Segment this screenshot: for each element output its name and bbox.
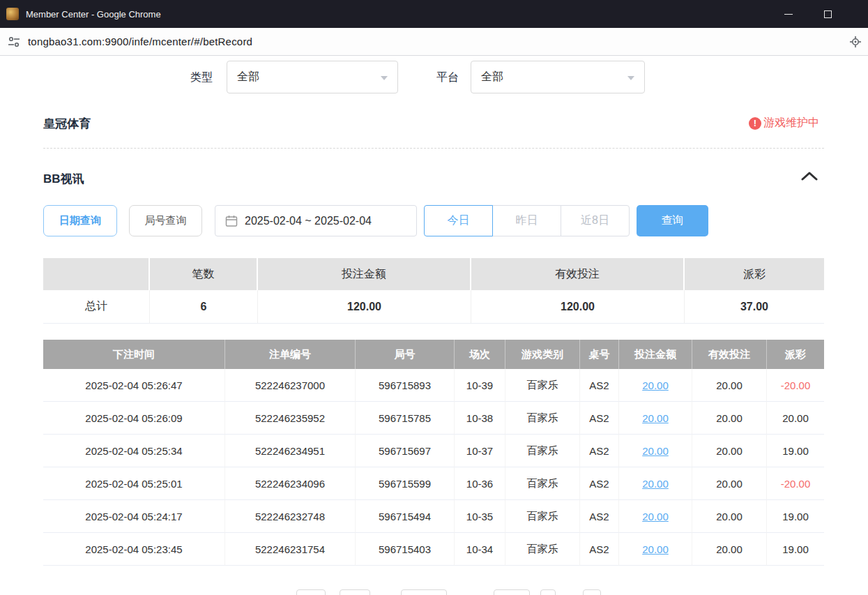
table-row: 2025-02-04 05:24:17 522246232748 5967154…	[43, 500, 824, 533]
pagination-control[interactable]	[494, 589, 530, 595]
game-type: 百家乐	[505, 500, 580, 533]
valid-bet: 20.00	[692, 533, 767, 566]
pagination-control[interactable]	[296, 589, 326, 595]
date-range-picker[interactable]: 2025-02-04 ~ 2025-02-04	[215, 205, 417, 236]
bet-amount-cell: 20.00	[619, 467, 692, 500]
valid-bet: 20.00	[692, 467, 767, 500]
bet-amount-cell: 20.00	[619, 369, 692, 402]
section-divider	[43, 148, 824, 149]
chevron-down-icon	[381, 76, 388, 80]
bet-amount-cell: 20.00	[619, 402, 692, 435]
maximize-button[interactable]	[812, 0, 844, 28]
window-title: Member Center - Google Chrome	[26, 9, 161, 20]
session: 10-35	[455, 500, 505, 533]
site-favicon-icon	[6, 8, 19, 20]
table-no: AS2	[580, 369, 619, 402]
table-no: AS2	[580, 500, 619, 533]
header-payout: 派彩	[767, 340, 824, 369]
game-type: 百家乐	[505, 435, 580, 467]
tune-icon[interactable]	[7, 35, 21, 49]
pagination-control[interactable]	[583, 589, 601, 595]
valid-bet: 20.00	[692, 435, 767, 467]
summary-header-count: 笔数	[150, 258, 258, 290]
bet-amount-cell: 20.00	[619, 500, 692, 533]
bet-record-table: 下注时间 注单编号 局号 场次 游戏类别 桌号 投注金额 有效投注 派彩 202…	[43, 340, 824, 566]
table-row: 2025-02-04 05:26:47 522246237000 5967158…	[43, 369, 824, 402]
type-filter-value: 全部	[237, 70, 259, 84]
today-button[interactable]: 今日	[424, 205, 493, 236]
summary-header-blank	[43, 258, 150, 290]
bet-amount-link[interactable]: 20.00	[642, 511, 669, 522]
bet-table-header-row: 下注时间 注单编号 局号 场次 游戏类别 桌号 投注金额 有效投注 派彩	[43, 340, 824, 369]
header-order-id: 注单编号	[225, 340, 356, 369]
quick-range-group: 今日 昨日 近8日	[424, 205, 630, 236]
section-title-bb-video: BB视讯	[43, 171, 84, 187]
last-8-days-button[interactable]: 近8日	[561, 205, 630, 236]
date-query-tab[interactable]: 日期查询	[43, 205, 117, 236]
session: 10-36	[455, 467, 505, 500]
header-round-no: 局号	[356, 340, 455, 369]
round-no: 596715494	[356, 500, 455, 533]
window-titlebar: Member Center - Google Chrome	[0, 0, 868, 28]
bet-time: 2025-02-04 05:26:47	[43, 369, 225, 402]
summary-count: 6	[150, 290, 258, 324]
session: 10-37	[455, 435, 505, 467]
maintenance-text: 游戏维护中	[763, 116, 819, 130]
bet-time: 2025-02-04 05:23:45	[43, 533, 225, 566]
summary-header-payout: 派彩	[685, 258, 824, 290]
table-row: 2025-02-04 05:23:45 522246231754 5967154…	[43, 533, 824, 566]
header-bet-amount: 投注金额	[619, 340, 692, 369]
search-button[interactable]: 查询	[637, 205, 708, 236]
table-row: 2025-02-04 05:25:34 522246234951 5967156…	[43, 435, 824, 467]
table-row: 2025-02-04 05:26:09 522246235952 5967157…	[43, 402, 824, 435]
header-valid-bet: 有效投注	[692, 340, 767, 369]
minimize-icon	[784, 14, 793, 15]
maintenance-badge: ! 游戏维护中	[749, 116, 819, 130]
header-bet-time: 下注时间	[43, 340, 225, 369]
calendar-icon	[225, 215, 238, 227]
order-id: 522246232748	[225, 500, 356, 533]
game-type: 百家乐	[505, 467, 580, 500]
summary-header-row: 笔数 投注金额 有效投注 派彩	[43, 258, 824, 290]
pagination-control[interactable]	[401, 589, 447, 595]
table-no: AS2	[580, 467, 619, 500]
table-row: 2025-02-04 05:25:01 522246234096 5967155…	[43, 467, 824, 500]
game-type: 百家乐	[505, 402, 580, 435]
pagination-control[interactable]	[340, 589, 370, 595]
pagination-control[interactable]	[540, 589, 556, 595]
summary-header-valid-bet: 有效投注	[471, 258, 685, 290]
yesterday-button[interactable]: 昨日	[492, 205, 561, 236]
session: 10-34	[455, 533, 505, 566]
platform-filter-value: 全部	[481, 70, 503, 84]
bet-amount-link[interactable]: 20.00	[642, 543, 669, 555]
round-no: 596715893	[356, 369, 455, 402]
section-title-crown-sports: 皇冠体育	[43, 116, 91, 132]
bet-amount-cell: 20.00	[619, 533, 692, 566]
summary-total-row: 总计 6 120.00 120.00 37.00	[43, 290, 824, 324]
bet-amount-link[interactable]: 20.00	[642, 445, 669, 457]
payout-cell: -20.00	[767, 467, 824, 500]
order-id: 522246231754	[225, 533, 356, 566]
type-filter-select[interactable]: 全部	[227, 61, 398, 93]
url-input[interactable]: tongbao31.com:9900/infe/mcenter/#/betRec…	[28, 36, 252, 47]
game-type: 百家乐	[505, 369, 580, 402]
platform-filter-select[interactable]: 全部	[471, 61, 645, 93]
settings-icon[interactable]	[848, 35, 862, 49]
bet-amount-link[interactable]: 20.00	[642, 478, 669, 490]
bet-time: 2025-02-04 05:26:09	[43, 402, 225, 435]
bet-amount-link[interactable]: 20.00	[642, 379, 669, 391]
payout-cell: 19.00	[767, 533, 824, 566]
header-game-type: 游戏类别	[505, 340, 580, 369]
round-no: 596715599	[356, 467, 455, 500]
round-query-tab[interactable]: 局号查询	[129, 205, 202, 236]
header-session: 场次	[455, 340, 505, 369]
minimize-button[interactable]	[772, 0, 805, 28]
order-id: 522246235952	[225, 402, 356, 435]
valid-bet: 20.00	[692, 369, 767, 402]
chevron-up-icon[interactable]	[799, 170, 820, 183]
order-id: 522246234096	[225, 467, 356, 500]
valid-bet: 20.00	[692, 500, 767, 533]
order-id: 522246234951	[225, 435, 356, 467]
summary-bet-amount: 120.00	[258, 290, 471, 324]
bet-amount-link[interactable]: 20.00	[642, 412, 669, 424]
